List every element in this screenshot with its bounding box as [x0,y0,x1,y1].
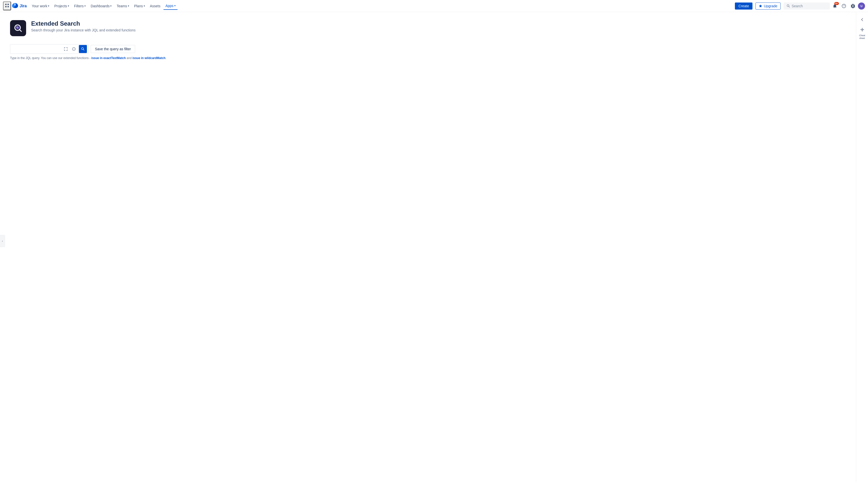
hint-suffix: . [165,56,166,60]
search-icon [786,4,790,8]
nav-dashboards[interactable]: Dashboards ▾ [89,2,114,9]
svg-text:?: ? [843,5,845,7]
app-title: Extended Search [31,20,135,27]
cheat-sheet-button[interactable]: Cheat sheet [857,26,868,41]
nav-filters[interactable]: Filters ▾ [72,2,88,9]
notification-badge: 9+ [834,2,839,5]
svg-rect-2 [5,6,6,7]
jql-icons: ? [62,44,88,54]
nav-plans[interactable]: Plans ▾ [132,2,147,9]
search-input[interactable] [792,4,827,8]
app-header: Extended Search Search through your Jira… [10,20,846,36]
projects-chevron: ▾ [68,4,69,7]
collapse-arrow-icon [860,18,864,23]
hint-middle: and [126,56,133,60]
jira-logo[interactable]: Jira [12,3,27,9]
settings-icon [851,4,855,8]
content-area: ‹ Extended Search [0,12,856,482]
search-row: ? Save the query as filter [10,44,236,54]
svg-point-14 [16,26,17,27]
help-button[interactable]: ? [840,2,848,10]
sidebar-toggle-button[interactable]: ‹ [0,235,5,247]
jql-expand-button[interactable] [62,46,69,53]
exact-text-match-link[interactable]: issue in exactTextMatch [91,56,126,60]
dashboards-chevron: ▾ [110,4,112,7]
filters-chevron: ▾ [84,4,86,7]
avatar-image: U [858,2,865,9]
teams-chevron: ▾ [128,4,129,7]
search-section: ? Save the query as filter [10,44,846,60]
chevron-left-icon: ‹ [2,240,3,242]
extended-search-app-icon [13,23,23,33]
app-header-text: Extended Search Search through your Jira… [31,20,135,32]
svg-text:?: ? [73,48,74,51]
your-work-chevron: ▾ [48,4,49,7]
nav-your-work[interactable]: Your work ▾ [30,2,51,9]
svg-rect-3 [7,6,9,7]
avatar[interactable]: U [858,2,865,9]
save-filter-button[interactable]: Save the query as filter [91,45,135,53]
svg-line-11 [19,29,21,31]
settings-button[interactable] [849,2,857,10]
jql-help-button[interactable]: ? [70,46,78,53]
hint-prefix: Type in the JQL query. You can use our e… [10,56,91,60]
hint-text: Type in the JQL query. You can use our e… [10,56,846,60]
search-magnify-icon [81,47,85,51]
nav-teams[interactable]: Teams ▾ [115,2,131,9]
wildcard-match-link[interactable]: issue in wildcardMatch [132,56,165,60]
create-button[interactable]: Create [735,2,752,9]
apps-chevron: ▾ [174,4,176,7]
nav-bar: Jira Your work ▾ Projects ▾ Filters ▾ Da… [0,0,868,12]
main-container: ‹ Extended Search [0,12,868,482]
right-panel-collapse-button[interactable] [857,16,868,24]
jql-bar: ? [10,44,89,54]
nav-assets[interactable]: Assets [148,2,162,9]
svg-text:U: U [861,4,863,7]
notifications-button[interactable]: 9+ [831,2,839,10]
svg-line-5 [789,6,790,7]
upgrade-icon [759,4,762,8]
cheat-sheet-icon [860,28,865,33]
svg-rect-1 [7,4,9,5]
cheat-sheet-label: Cheat sheet [858,34,867,40]
grid-menu-button[interactable] [3,1,11,10]
grid-icon [5,3,9,7]
plans-chevron: ▾ [144,4,145,7]
help-icon: ? [842,4,846,8]
svg-point-19 [862,29,863,30]
jira-logo-icon [12,3,18,9]
nav-projects[interactable]: Projects ▾ [52,2,71,9]
expand-icon [64,47,68,51]
global-search[interactable] [784,2,830,9]
help-circle-icon: ? [72,47,75,51]
right-panel: Cheat sheet [856,12,868,482]
jira-logo-text: Jira [20,4,27,8]
app-icon-container [10,20,26,36]
jql-search-button[interactable] [79,45,87,53]
app-subtitle: Search through your Jira instance with J… [31,28,135,32]
svg-rect-0 [5,4,6,5]
upgrade-button[interactable]: Upgrade [755,2,781,9]
svg-line-18 [83,50,84,51]
jql-input[interactable] [10,45,60,53]
nav-apps[interactable]: Apps ▾ [163,2,178,10]
